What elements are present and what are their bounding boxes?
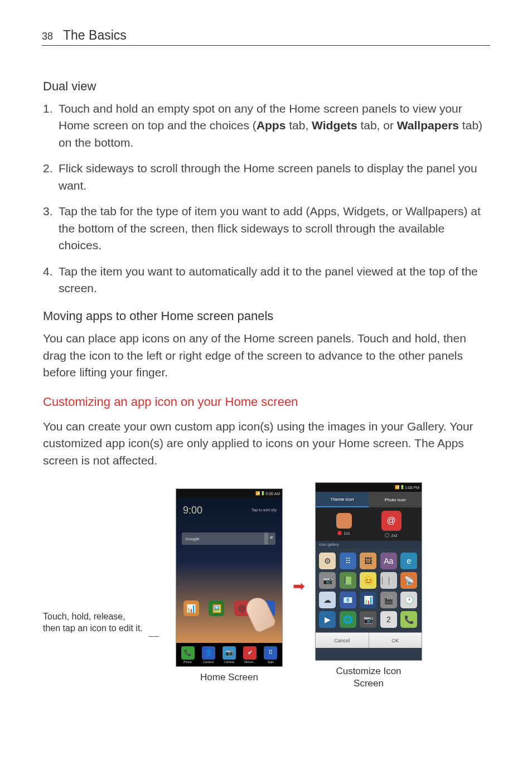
gallery-icon: ⚙: [319, 553, 336, 569]
status-time-2: 1:00 PM: [405, 486, 419, 490]
radio-off-icon: [385, 533, 389, 538]
callout-line: [149, 636, 159, 637]
customize-status-bar: 📶 🔋 1:00 PM: [316, 483, 422, 492]
dock-contacts: 👤 Contacts: [202, 646, 215, 664]
callout-text: Touch, hold, release, then tap an icon t…: [43, 611, 149, 635]
gallery-icon: Aa: [380, 553, 397, 569]
gallery-icon: 😊: [360, 572, 376, 589]
figure-section: Touch, hold, release, then tap an icon t…: [43, 482, 489, 690]
page-number: 38: [42, 31, 53, 42]
gallery-icon: 📷: [360, 611, 376, 628]
search-bar: Google: [182, 532, 268, 545]
step-3: Tap the tab for the type of item you wan…: [43, 203, 489, 254]
signal-icon: 📶: [395, 485, 400, 490]
gallery-icon: ▶: [319, 611, 336, 628]
customize-tabs: Theme icon Photo icon: [316, 492, 422, 507]
gallery-icon: 📧: [340, 592, 356, 608]
para-customizing: You can create your own custom app icon(…: [43, 418, 489, 469]
mic-icon: 🎤: [264, 532, 275, 545]
gallery-icon: 📊: [360, 592, 376, 608]
ok-button: OK: [369, 633, 422, 648]
home-phone-body: 9:00 Tap to add city Google 🎤 📊 🖼️ @ ▶: [176, 498, 282, 643]
home-screen-phone: 📶 🔋 9:00 AM 9:00 Tap to add city Google …: [176, 488, 283, 667]
phone-screens: 📶 🔋 9:00 AM 9:00 Tap to add city Google …: [176, 482, 422, 690]
tab-photo-icon: Photo icon: [369, 492, 422, 507]
gallery-icon: 🌐: [340, 611, 356, 628]
section-title: The Basics: [63, 28, 127, 43]
size-1x1: 1x1: [336, 513, 352, 535]
gallery-icon: 2: [380, 611, 397, 628]
step-2: Flick sideways to scroll through the Hom…: [43, 160, 489, 194]
cancel-button: Cancel: [316, 633, 369, 648]
clock-widget: 9:00: [183, 505, 202, 516]
gallery-icon: 📷: [319, 572, 336, 589]
dock-phone: 📞 Phone: [181, 646, 195, 664]
gallery-icon: 🕐: [400, 592, 417, 608]
document-page: 38 The Basics Dual view Touch and hold a…: [0, 0, 532, 723]
dock-apps: ⠿ Apps: [264, 646, 277, 664]
icon-gallery-grid: ⚙ ⠿ 🖼 Aa e 📷 📗 😊 ⎸⎸ 📡 ☁ 📧: [316, 548, 422, 632]
customize-screen-caption: Customize Icon Screen: [336, 665, 401, 690]
gallery-icon: ⎸⎸: [380, 572, 397, 589]
dock-verizon: ✔ Verizon...: [243, 646, 257, 664]
camera-icon: 📷: [223, 646, 236, 660]
arrow-icon: ➡: [293, 578, 305, 595]
battery-icon: 🔋: [260, 491, 265, 496]
customize-screen-wrap: 📶 🔋 1:00 PM Theme icon Photo icon 1x1: [315, 482, 422, 690]
home-screen-caption: Home Screen: [200, 671, 258, 684]
radio-on-icon: [337, 531, 342, 535]
verizon-icon: ✔: [243, 646, 257, 660]
gallery-icon: 🖼: [360, 553, 376, 569]
app-icon-1: 📊: [183, 601, 199, 616]
para-moving-apps: You can place app icons on any of the Ho…: [43, 330, 489, 381]
battery-icon: 🔋: [400, 485, 405, 490]
phone-icon: 📞: [181, 646, 195, 660]
size-icon-small: [336, 513, 352, 529]
size-icon-large: @: [381, 511, 402, 531]
gallery-icon: 🎬: [380, 592, 397, 608]
step-1: Touch and hold an empty spot on any of t…: [43, 100, 489, 151]
contacts-icon: 👤: [202, 646, 215, 660]
heading-moving-apps: Moving apps to other Home screen panels: [43, 309, 489, 323]
size-section: 1x1 @ 2x2: [316, 507, 422, 541]
status-time: 9:00 AM: [265, 492, 280, 496]
weather-widget: Tap to add city: [252, 508, 277, 512]
home-dock: 📞 Phone 👤 Contacts 📷 Camera: [176, 643, 282, 666]
signal-icon: 📶: [255, 491, 260, 496]
dock-camera: 📷 Camera: [223, 646, 236, 664]
gallery-icon: 📗: [340, 572, 356, 589]
gallery-icon: ☁: [319, 592, 336, 608]
gallery-icon: 📡: [400, 572, 417, 589]
tab-theme-icon: Theme icon: [316, 492, 369, 507]
heading-customizing: Customizing an app icon on your Home scr…: [43, 395, 489, 409]
customize-screen-phone: 📶 🔋 1:00 PM Theme icon Photo icon 1x1: [315, 482, 422, 661]
dual-view-steps: Touch and hold an empty spot on any of t…: [43, 100, 489, 297]
gallery-icon: e: [400, 553, 417, 569]
page-header: 38 The Basics: [42, 28, 490, 46]
step-4: Tap the item you want to automatically a…: [43, 263, 489, 297]
home-status-bar: 📶 🔋 9:00 AM: [176, 489, 282, 498]
home-screen-wrap: 📶 🔋 9:00 AM 9:00 Tap to add city Google …: [176, 488, 283, 684]
apps-icon: ⠿: [264, 646, 277, 660]
gallery-icon: ⠿: [340, 553, 356, 569]
customize-buttons: Cancel OK: [316, 632, 422, 648]
size-2x2: @ 2x2: [381, 511, 402, 538]
page-content: Dual view Touch and hold an empty spot o…: [42, 79, 490, 690]
app-icon-2: 🖼️: [209, 601, 224, 616]
icon-gallery-label: Icon gallery: [316, 541, 422, 548]
search-placeholder: Google: [185, 536, 200, 541]
gallery-icon: 📞: [400, 611, 417, 628]
heading-dual-view: Dual view: [43, 79, 489, 94]
